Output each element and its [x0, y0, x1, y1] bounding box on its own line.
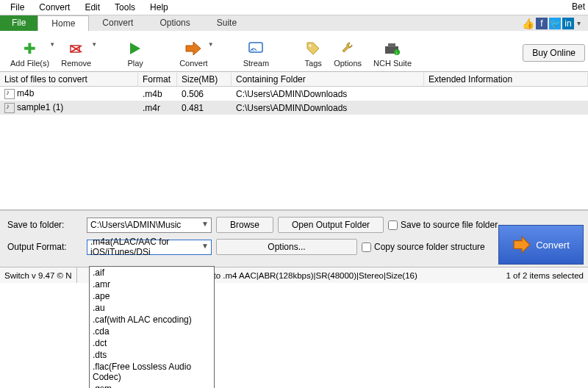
col-extended[interactable]: Extended Information: [424, 73, 588, 86]
table-row[interactable]: sample1 (1) .m4r 0.481 C:\Users\ADMIN\Do…: [0, 101, 588, 115]
save-to-folder-input[interactable]: C:\Users\ADMIN\Music▼: [87, 218, 212, 233]
nch-suite-button[interactable]: ↓ NCH Suite: [368, 35, 417, 69]
output-format-select[interactable]: .m4a(ALAC/AAC for iOS/iTunes/DSi▼: [87, 240, 212, 255]
suite-icon: ↓: [384, 40, 401, 57]
svg-marker-3: [130, 43, 140, 54]
dropdown-option[interactable]: .flac(Free Lossless Audio Codec): [90, 361, 214, 383]
linkedin-icon[interactable]: in: [562, 18, 574, 29]
save-to-source-checkbox[interactable]: Save to source file folder: [388, 220, 498, 230]
svg-point-6: [309, 45, 312, 47]
stream-icon: [247, 40, 265, 57]
status-version: Switch v 9.47 © N: [4, 271, 72, 280]
grid-header: List of files to convert Format Size(MB)…: [0, 72, 588, 87]
menu-convert[interactable]: Convert: [32, 1, 77, 14]
tab-options[interactable]: Options: [146, 15, 203, 31]
convert-main-button[interactable]: Convert: [498, 225, 584, 265]
dropdown-option[interactable]: .dct: [90, 337, 214, 349]
tab-bar: File Home Convert Options Suite 👍 f 🐦 in…: [0, 15, 588, 31]
tab-suite[interactable]: Suite: [204, 15, 250, 31]
svg-text:↓: ↓: [395, 49, 398, 56]
svg-rect-5: [249, 43, 262, 52]
dropdown-icon[interactable]: ▾: [576, 19, 582, 27]
status-format-info: to .m4 AAC|ABR(128kbps)|SR(48000)|Stereo…: [214, 271, 417, 280]
file-list[interactable]: m4b .m4b 0.506 C:\Users\ADMIN\Downloads …: [0, 87, 588, 210]
chevron-down-icon: ▼: [201, 220, 209, 228]
file-tab[interactable]: File: [0, 15, 37, 31]
chevron-down-icon[interactable]: ▼: [49, 41, 55, 48]
tags-button[interactable]: Tags: [298, 35, 328, 69]
col-name[interactable]: List of files to convert: [0, 73, 138, 86]
chevron-down-icon[interactable]: ▼: [208, 41, 214, 48]
options-button[interactable]: Options: [328, 35, 368, 69]
beta-label: Bet: [572, 1, 585, 12]
dropdown-option[interactable]: .gsm: [90, 383, 214, 388]
audio-file-icon: [4, 89, 15, 99]
tag-icon: [304, 40, 322, 57]
dropdown-option[interactable]: .cda: [90, 326, 214, 337]
status-selection: 1 of 2 items selected: [506, 271, 584, 280]
menu-bar: File Convert Edit Tools Help: [0, 0, 588, 15]
menu-help[interactable]: Help: [143, 1, 176, 14]
remove-button[interactable]: Remove ▼: [55, 35, 97, 69]
like-icon[interactable]: 👍: [522, 18, 534, 29]
tab-home[interactable]: Home: [37, 15, 89, 32]
output-format-label: Output Format:: [6, 242, 82, 252]
menu-file[interactable]: File: [3, 1, 32, 14]
toolbar: ✚ Add File(s) ▼ Remove ▼ Play Convert ▼ …: [0, 31, 588, 72]
dropdown-option[interactable]: .amr: [90, 279, 214, 290]
format-options-button[interactable]: Options...: [216, 239, 357, 255]
stream-button[interactable]: Stream: [237, 35, 275, 69]
wrench-icon: [339, 40, 356, 57]
col-format[interactable]: Format: [138, 73, 177, 86]
col-folder[interactable]: Containing Folder: [232, 73, 424, 86]
twitter-icon[interactable]: 🐦: [549, 18, 561, 29]
tab-convert[interactable]: Convert: [89, 15, 146, 31]
col-size[interactable]: Size(MB): [177, 73, 232, 86]
audio-file-icon: [4, 103, 15, 113]
add-files-button[interactable]: ✚ Add File(s) ▼: [4, 35, 55, 69]
dropdown-option[interactable]: .aif: [90, 267, 214, 279]
menu-edit[interactable]: Edit: [77, 1, 107, 14]
table-row[interactable]: m4b .m4b 0.506 C:\Users\ADMIN\Downloads: [0, 87, 588, 101]
play-icon: [126, 40, 144, 57]
remove-icon: [68, 40, 85, 57]
dropdown-option[interactable]: .caf(with ALAC encoding): [90, 314, 214, 326]
svg-marker-4: [186, 42, 201, 55]
convert-arrow-icon: [512, 235, 531, 254]
convert-arrow-icon: [184, 40, 202, 57]
svg-marker-11: [514, 237, 530, 253]
dropdown-option[interactable]: .dts: [90, 349, 214, 361]
save-to-folder-label: Save to folder:: [6, 220, 82, 230]
facebook-icon[interactable]: f: [536, 18, 548, 29]
play-button[interactable]: Play: [121, 35, 150, 69]
menu-tools[interactable]: Tools: [107, 1, 143, 14]
chevron-down-icon[interactable]: ▼: [91, 41, 97, 48]
output-format-dropdown[interactable]: .aif.amr.ape.au.caf(with ALAC encoding).…: [89, 266, 215, 388]
dropdown-option[interactable]: .ape: [90, 290, 214, 302]
open-output-folder-button[interactable]: Open Output Folder: [278, 217, 384, 233]
chevron-down-icon: ▼: [201, 242, 209, 250]
convert-button[interactable]: Convert ▼: [173, 35, 214, 69]
plus-icon: ✚: [21, 40, 39, 57]
dropdown-option[interactable]: .au: [90, 302, 214, 314]
copy-source-structure-checkbox[interactable]: Copy source folder structure: [362, 242, 485, 252]
social-links: 👍 f 🐦 in ▾: [522, 15, 588, 31]
svg-rect-8: [388, 43, 395, 47]
browse-button[interactable]: Browse: [216, 217, 273, 233]
status-bar: Switch v 9.47 © N to .m4 AAC|ABR(128kbps…: [0, 267, 588, 283]
buy-online-button[interactable]: Buy Online: [523, 44, 585, 62]
